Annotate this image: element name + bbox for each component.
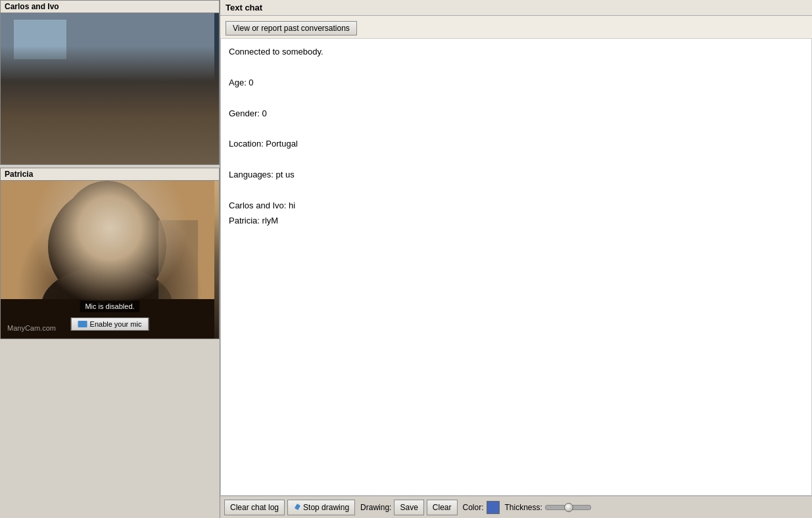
- svg-rect-12: [1, 181, 214, 339]
- cam2-video: Mic is disabled. Enable your mic ManyCam…: [1, 181, 219, 339]
- thickness-slider-thumb[interactable]: [564, 503, 573, 512]
- svg-rect-13: [1, 181, 214, 299]
- svg-rect-6: [80, 115, 112, 164]
- chat-log: Connected to somebody. Age: 0 Gender: 0 …: [220, 38, 812, 496]
- chat-line-gender: Gender: 0: [229, 106, 803, 121]
- cam1-section: Carlos and Ivo: [0, 0, 220, 165]
- chat-line-blank-2: [229, 90, 803, 105]
- chat-line-patricia: Patricia: rlyM: [229, 213, 803, 228]
- text-chat-header: Text chat: [220, 0, 812, 16]
- stop-drawing-button[interactable]: Stop drawing: [287, 500, 355, 515]
- chat-line-blank-1: [229, 59, 803, 74]
- cam2-section: Patricia: [0, 168, 220, 339]
- save-button[interactable]: Save: [394, 500, 423, 515]
- svg-rect-1: [1, 79, 214, 164]
- mic-disabled-overlay: Mic is disabled.: [80, 300, 139, 312]
- svg-rect-8: [129, 113, 181, 164]
- cam-icon: [78, 321, 87, 327]
- cam1-video: [1, 13, 219, 164]
- svg-rect-18: [158, 220, 198, 299]
- chat-line-blank-4: [229, 152, 803, 167]
- right-panel: Text chat View or report past conversati…: [220, 0, 812, 518]
- enable-mic-button[interactable]: Enable your mic: [71, 318, 149, 331]
- svg-rect-4: [25, 118, 62, 164]
- cam1-svg: [1, 13, 214, 164]
- color-label: Color:: [463, 503, 484, 512]
- svg-point-3: [25, 82, 62, 122]
- drawing-label: Drawing:: [360, 503, 391, 512]
- svg-point-15: [48, 187, 166, 306]
- cam2-svg: [1, 181, 214, 339]
- chat-line-location: Location: Portugal: [229, 136, 803, 151]
- chat-line-carlos: Carlos and Ivo: hi: [229, 198, 803, 213]
- chat-line-languages: Languages: pt us: [229, 167, 803, 182]
- svg-point-7: [130, 67, 180, 117]
- main-container: Carlos and Ivo: [0, 0, 812, 518]
- svg-point-5: [79, 80, 113, 117]
- svg-point-14: [61, 181, 153, 286]
- chat-line-blank-5: [229, 183, 803, 198]
- clear-button[interactable]: Clear: [427, 500, 458, 515]
- bottom-toolbar: Clear chat log Stop drawing Drawing: Sav…: [220, 496, 812, 518]
- pencil-icon: [293, 504, 301, 511]
- manycam-watermark: ManyCam.com: [7, 324, 56, 332]
- thickness-slider-track: [545, 505, 591, 510]
- thickness-label: Thickness:: [505, 503, 542, 512]
- cam1-bg: [1, 13, 219, 164]
- svg-rect-11: [14, 20, 66, 59]
- cam2-bg: [1, 181, 219, 339]
- clear-chat-log-button[interactable]: Clear chat log: [224, 500, 285, 515]
- past-conv-button[interactable]: View or report past conversations: [226, 21, 357, 35]
- past-conv-container: View or report past conversations: [226, 21, 807, 35]
- color-swatch[interactable]: [487, 501, 500, 514]
- svg-rect-9: [129, 141, 188, 147]
- svg-rect-2: [1, 76, 214, 89]
- chat-line-blank-3: [229, 121, 803, 136]
- svg-point-16: [81, 197, 133, 256]
- cam2-title: Patricia: [1, 168, 219, 181]
- chat-line-1: Connected to somebody.: [229, 44, 803, 59]
- cam1-title: Carlos and Ivo: [1, 1, 219, 13]
- left-panel: Carlos and Ivo: [0, 0, 220, 518]
- chat-line-age: Age: 0: [229, 75, 803, 90]
- svg-rect-20: [295, 504, 300, 510]
